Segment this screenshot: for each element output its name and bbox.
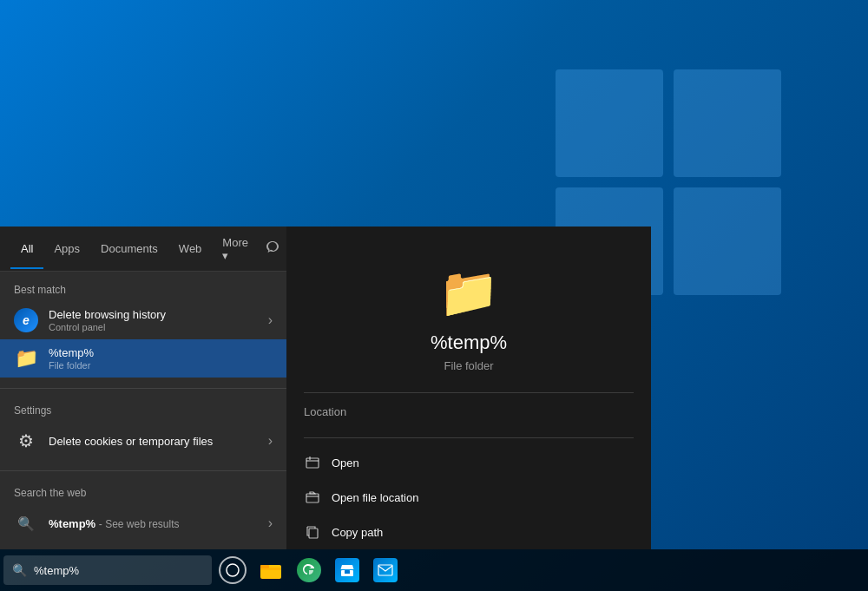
taskbar-search-icon: 🔍 [12,563,27,577]
tab-more[interactable]: More ▾ [212,229,259,269]
svg-rect-1 [306,494,319,502]
feedback-button[interactable] [259,237,286,261]
search-tabs: All Apps Documents Web More ▾ ··· [0,227,286,272]
result-web-arrow: › [268,515,273,531]
store-button[interactable] [330,553,365,588]
result-cookies-arrow: › [268,433,273,449]
location-section: Location [286,393,651,437]
result-temp-title: %temp% [49,346,273,359]
result-web-title: %temp% - See web results [49,517,258,530]
search-results-panel: All Apps Documents Web More ▾ ··· Best [0,227,286,549]
settings-section: Settings ⚙ Delete cookies or temporary f… [0,392,286,467]
tab-documents[interactable]: Documents [90,235,168,262]
action-open-location[interactable]: Open file location [286,480,651,515]
open-icon [304,454,321,471]
action-copy-path-label: Copy path [332,526,383,539]
svg-rect-7 [345,570,350,574]
edge-button[interactable] [292,553,326,588]
tab-apps[interactable]: Apps [43,235,90,262]
preview-panel: 📁 %temp% File folder Location Open [286,227,651,549]
taskbar-search-input[interactable] [34,564,203,577]
ie-icon: e [14,308,38,332]
best-match-section: Best match e Delete browsing history Con… [0,272,286,384]
taskbar: 🔍 [0,549,868,591]
preview-subtitle: File folder [444,359,493,372]
open-location-icon [304,489,321,506]
tab-all[interactable]: All [10,235,43,262]
action-open[interactable]: Open [286,445,651,480]
result-arrow-icon: › [268,312,273,328]
edge-icon [297,558,321,582]
preview-folder-icon: 📁 [438,264,499,321]
web-label: Search the web [0,482,286,504]
action-open-location-label: Open file location [332,491,418,504]
divider1 [0,388,286,389]
result-web-search[interactable]: 🔍 %temp% - See web results › [0,504,286,542]
result-cookies-title: Delete cookies or temporary files [49,435,258,448]
result-delete-cookies[interactable]: ⚙ Delete cookies or temporary files › [0,422,286,460]
copy-path-icon [304,523,321,541]
taskbar-search-box[interactable]: 🔍 [3,555,212,585]
tab-web[interactable]: Web [168,235,213,262]
file-explorer-button[interactable] [253,553,288,588]
action-copy-path[interactable]: Copy path [286,515,651,549]
svg-point-3 [227,564,239,576]
preview-divider2 [304,437,634,438]
gear-icon: ⚙ [14,429,38,453]
preview-title: %temp% [431,332,507,354]
web-section: Search the web 🔍 %temp% - See web result… [0,475,286,549]
folder-icon: 📁 [14,346,38,371]
divider2 [0,470,286,471]
svg-rect-0 [306,458,319,468]
store-icon [335,558,359,582]
result-delete-subtitle: Control panel [49,322,258,332]
result-delete-title: Delete browsing history [49,308,258,321]
desktop: All Apps Documents Web More ▾ ··· Best [0,0,868,591]
best-match-label: Best match [0,279,286,301]
result-temp-folder[interactable]: 📁 %temp% File folder [0,339,286,378]
search-sm-icon: 🔍 [14,511,38,535]
svg-rect-5 [260,565,269,568]
preview-content: 📁 %temp% File folder [286,227,651,392]
mail-button[interactable] [368,553,403,588]
action-open-label: Open [332,456,359,470]
result-delete-history[interactable]: e Delete browsing history Control panel … [0,301,286,339]
settings-label: Settings [0,399,286,422]
file-explorer-icon [259,558,283,582]
task-view-button[interactable] [215,553,250,588]
mail-icon [373,558,398,582]
location-label: Location [304,405,634,418]
start-menu: All Apps Documents Web More ▾ ··· Best [0,227,651,549]
result-temp-subtitle: File folder [49,360,273,371]
svg-rect-2 [309,529,318,538]
task-view-icon [219,556,247,584]
svg-rect-8 [378,565,392,575]
